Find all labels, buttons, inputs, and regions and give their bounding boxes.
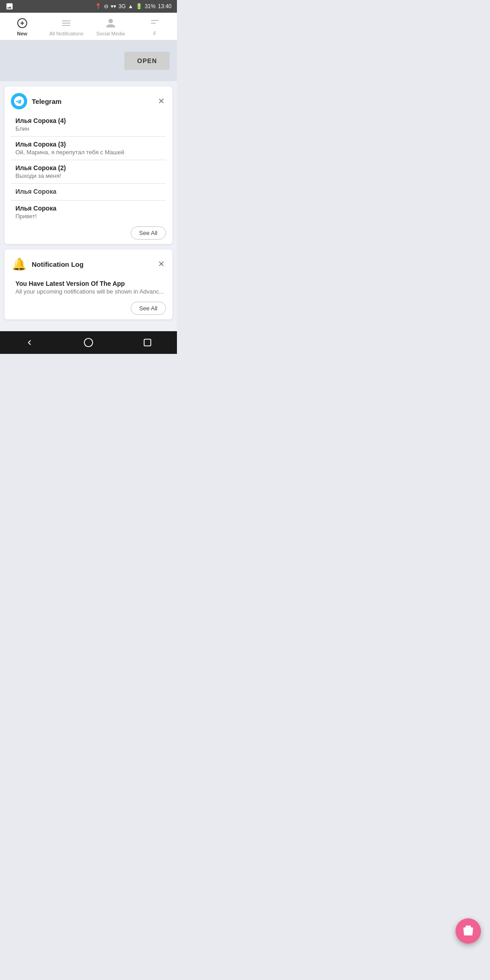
notif-log-app-icon: 🔔 bbox=[11, 256, 27, 272]
location-icon: 📍 bbox=[95, 3, 102, 10]
telegram-notif-2[interactable]: Илья Сорока (3) Ой, Марина, я перепутал … bbox=[11, 138, 166, 158]
plus-circle-icon bbox=[16, 17, 28, 29]
bottom-nav bbox=[0, 331, 177, 354]
tab-bar: New All Notifications Social Media F bbox=[0, 13, 177, 40]
telegram-notif-4-title: Илья Сорока bbox=[15, 188, 166, 195]
battery-icon: 🔋 bbox=[136, 3, 142, 10]
recents-icon bbox=[142, 338, 152, 348]
telegram-notif-2-body: Ой, Марина, я перепутал тебя с Машей bbox=[15, 149, 166, 156]
svg-point-4 bbox=[84, 338, 93, 347]
telegram-notif-3-title: Илья Сорока (2) bbox=[15, 164, 166, 172]
status-left bbox=[5, 2, 14, 10]
tab-new[interactable]: New bbox=[0, 13, 44, 40]
telegram-app-name: Telegram bbox=[32, 98, 62, 105]
telegram-notif-5-title: Илья Сорока bbox=[15, 205, 166, 212]
open-banner: OPEN bbox=[0, 40, 177, 81]
telegram-see-all-button[interactable]: See All bbox=[131, 226, 166, 240]
telegram-notif-5-body: Привет! bbox=[15, 213, 166, 220]
status-bar: 📍 ⊖ ▾▾ 3G ▲ 🔋 31% 13:40 bbox=[0, 0, 177, 13]
notif-log-header-left: 🔔 Notification Log bbox=[11, 256, 83, 272]
back-button[interactable] bbox=[21, 334, 38, 351]
tab-more[interactable]: F bbox=[133, 13, 177, 40]
tab-social-label: Social Media bbox=[90, 31, 131, 36]
tab-new-label: New bbox=[2, 31, 43, 36]
notif-log-item-1[interactable]: You Have Latest Version Of The App All y… bbox=[11, 278, 166, 297]
notif-log-see-all-row: See All bbox=[11, 302, 166, 315]
telegram-notif-1[interactable]: Илья Сорока (4) Блин bbox=[11, 115, 166, 134]
notif-log-item-1-body: All your upcoming notifications will be … bbox=[15, 288, 166, 295]
telegram-notif-3[interactable]: Илья Сорока (2) Выходи за меня! bbox=[11, 162, 166, 181]
telegram-notif-1-body: Блин bbox=[15, 125, 166, 132]
battery-label: 31% bbox=[145, 3, 156, 10]
more-icon bbox=[149, 17, 161, 29]
tab-all-notifications[interactable]: All Notifications bbox=[44, 13, 89, 40]
tab-all-label: All Notifications bbox=[46, 31, 87, 36]
open-button[interactable]: OPEN bbox=[124, 52, 170, 70]
photo-icon bbox=[5, 2, 14, 10]
tab-more-label: F bbox=[135, 31, 176, 36]
list-icon bbox=[60, 17, 72, 29]
wifi-icon: ▾▾ bbox=[111, 3, 116, 10]
telegram-card-header-left: Telegram bbox=[11, 93, 62, 109]
telegram-app-icon bbox=[11, 93, 27, 109]
tab-social-media[interactable]: Social Media bbox=[88, 13, 133, 40]
svg-rect-5 bbox=[144, 339, 151, 346]
status-right: 📍 ⊖ ▾▾ 3G ▲ 🔋 31% 13:40 bbox=[95, 3, 172, 10]
cards-area: Telegram ✕ Илья Сорока (4) Блин Илья Сор… bbox=[0, 81, 177, 325]
notif-log-card-header: 🔔 Notification Log ✕ bbox=[11, 256, 166, 272]
telegram-card-header: Telegram ✕ bbox=[11, 93, 166, 109]
content-area: OPEN Telegram ✕ Илья Сорока (4) Бли bbox=[0, 40, 177, 331]
telegram-notif-4[interactable]: Илья Сорока bbox=[11, 186, 166, 198]
notif-log-card: 🔔 Notification Log ✕ You Have Latest Ver… bbox=[5, 250, 172, 319]
network-label: 3G bbox=[118, 3, 126, 10]
telegram-see-all-row: See All bbox=[11, 226, 166, 240]
notif-log-see-all-button[interactable]: See All bbox=[131, 302, 166, 315]
telegram-notif-2-title: Илья Сорока (3) bbox=[15, 141, 166, 148]
home-circle-icon bbox=[83, 338, 93, 348]
minus-icon: ⊖ bbox=[104, 3, 108, 10]
telegram-notif-1-title: Илья Сорока (4) bbox=[15, 117, 166, 124]
home-button[interactable] bbox=[80, 334, 97, 351]
person-icon bbox=[105, 17, 117, 29]
notif-log-app-name: Notification Log bbox=[32, 260, 83, 268]
telegram-close-button[interactable]: ✕ bbox=[156, 96, 166, 106]
telegram-notif-3-body: Выходи за меня! bbox=[15, 172, 166, 179]
time-label: 13:40 bbox=[158, 3, 172, 10]
notif-log-item-1-title: You Have Latest Version Of The App bbox=[15, 280, 166, 287]
notif-log-close-button[interactable]: ✕ bbox=[156, 259, 166, 269]
telegram-card: Telegram ✕ Илья Сорока (4) Блин Илья Сор… bbox=[5, 87, 172, 244]
telegram-notif-5[interactable]: Илья Сорока Привет! bbox=[11, 202, 166, 222]
signal-icon: ▲ bbox=[128, 3, 133, 10]
back-icon bbox=[24, 338, 34, 348]
recents-button[interactable] bbox=[139, 334, 156, 351]
